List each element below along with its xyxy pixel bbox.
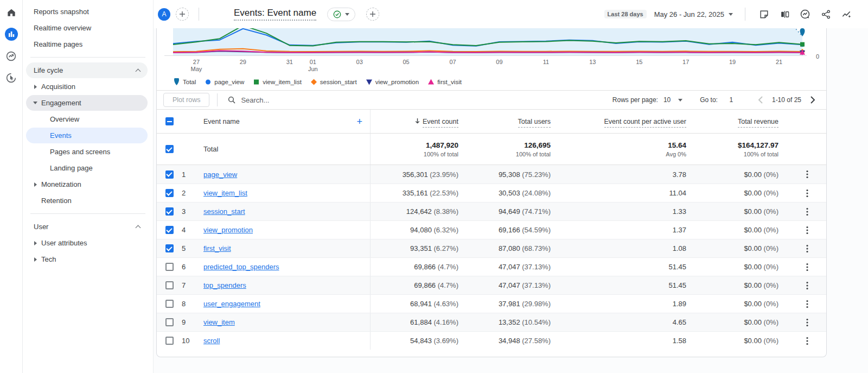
column-header-total-revenue[interactable]: Total revenue bbox=[696, 118, 788, 125]
nav-item-landing-page[interactable]: Landing page bbox=[26, 160, 148, 176]
row-index: 4 bbox=[182, 226, 203, 234]
add-comparison-button[interactable] bbox=[176, 8, 189, 21]
nav-item-retention[interactable]: Retention bbox=[26, 193, 148, 208]
row-menu-icon[interactable] bbox=[788, 189, 826, 198]
collapse-section-icon[interactable] bbox=[136, 225, 141, 231]
nav-item-user[interactable]: User bbox=[26, 219, 148, 235]
svg-text:Jun: Jun bbox=[308, 66, 318, 72]
nav-item-label: User attributes bbox=[41, 239, 87, 247]
event-name-link[interactable]: session_start bbox=[203, 207, 245, 216]
nav-item-user-attributes[interactable]: User attributes bbox=[26, 235, 148, 251]
row-menu-icon[interactable] bbox=[788, 281, 826, 290]
total-users-cell: 34,948 (27.58%) bbox=[468, 337, 560, 345]
advertising-icon[interactable] bbox=[4, 71, 18, 85]
row-checkbox[interactable] bbox=[165, 170, 174, 179]
nav-item-acquisition[interactable]: Acquisition bbox=[26, 79, 148, 94]
row-checkbox[interactable] bbox=[165, 318, 174, 326]
row-checkbox[interactable] bbox=[165, 244, 174, 252]
event-name-link[interactable]: user_engagement bbox=[203, 300, 260, 308]
nav-divider bbox=[30, 57, 145, 58]
nav-item-tech[interactable]: Tech bbox=[26, 251, 148, 267]
revenue-cell: $0.00 (0%) bbox=[696, 207, 788, 216]
nav-item-pages-and-screens[interactable]: Pages and screens bbox=[26, 144, 148, 160]
column-header-event-name[interactable]: Event name bbox=[203, 118, 240, 125]
select-all-checkbox[interactable] bbox=[165, 117, 174, 125]
share-icon[interactable] bbox=[819, 8, 832, 21]
data-quality-pill[interactable] bbox=[327, 8, 355, 21]
event-name-link[interactable]: view_item_list bbox=[203, 189, 247, 197]
chevron-down-icon bbox=[678, 99, 682, 102]
previous-page-icon[interactable] bbox=[755, 94, 767, 106]
next-page-icon[interactable] bbox=[807, 94, 819, 106]
row-menu-icon[interactable] bbox=[788, 244, 826, 253]
events-chart: 27May293101Jun030507091113151719210 Tota… bbox=[157, 28, 826, 90]
event-name-link[interactable]: scroll bbox=[203, 337, 220, 345]
row-checkbox[interactable] bbox=[165, 337, 174, 345]
insights-icon[interactable] bbox=[799, 8, 812, 21]
row-checkbox[interactable] bbox=[165, 207, 174, 216]
nav-item-overview[interactable]: Overview bbox=[26, 111, 148, 127]
go-to-page-input[interactable] bbox=[723, 96, 739, 104]
date-range-picker[interactable]: May 26 - Jun 22, 2025 bbox=[654, 10, 733, 18]
collapse-section-icon[interactable] bbox=[136, 69, 141, 74]
rows-per-page-select[interactable]: 10 bbox=[663, 96, 682, 104]
plot-rows-button[interactable]: Plot rows bbox=[163, 93, 209, 107]
event-name-link[interactable]: first_visit bbox=[203, 244, 231, 252]
row-menu-icon[interactable] bbox=[788, 226, 826, 235]
nav-item-reports-snapshot[interactable]: Reports snapshot bbox=[26, 4, 148, 20]
row-menu-icon[interactable] bbox=[788, 263, 826, 271]
legend-label: first_visit bbox=[437, 79, 462, 85]
total-row-checkbox[interactable] bbox=[165, 145, 174, 153]
nav-item-monetization[interactable]: Monetization bbox=[26, 176, 148, 192]
row-checkbox[interactable] bbox=[165, 263, 174, 271]
nav-item-life-cycle[interactable]: Life cycle bbox=[26, 62, 148, 78]
nav-item-label: Realtime pages bbox=[34, 40, 82, 48]
event-name-link[interactable]: view_item bbox=[203, 318, 235, 326]
row-menu-icon[interactable] bbox=[788, 170, 826, 179]
customize-report-icon[interactable] bbox=[840, 8, 853, 21]
table-row-view_item: 9view_item61,884 (4.16%)13,352 (10.54%)4… bbox=[157, 313, 826, 331]
row-menu-icon[interactable] bbox=[788, 207, 826, 216]
legend-triangle-up-marker bbox=[427, 78, 435, 86]
row-checkbox[interactable] bbox=[165, 189, 174, 197]
page-title[interactable]: Events: Event name bbox=[234, 8, 316, 21]
row-menu-icon[interactable] bbox=[788, 318, 826, 327]
svg-text:17: 17 bbox=[682, 59, 689, 65]
row-menu-icon[interactable] bbox=[788, 300, 826, 308]
column-header-event-count-per-active-user[interactable]: Event count per active user bbox=[560, 118, 696, 125]
revenue-cell: $0.00 (0%) bbox=[696, 300, 788, 308]
column-header-total-users[interactable]: Total users bbox=[468, 118, 560, 125]
total-per-user-sub: Avg 0% bbox=[560, 151, 686, 157]
nav-item-engagement[interactable]: Engagement bbox=[26, 95, 148, 111]
event-name-link[interactable]: view_promotion bbox=[203, 226, 253, 234]
total-event-count: 1,487,920 bbox=[371, 141, 458, 149]
row-checkbox[interactable] bbox=[165, 281, 174, 289]
table-row-scroll: 10scroll54,843 (3.69%)34,948 (27.58%)1.5… bbox=[157, 331, 826, 350]
home-icon[interactable] bbox=[4, 5, 18, 20]
sticky-note-icon[interactable] bbox=[757, 8, 770, 21]
row-index: 5 bbox=[182, 244, 203, 252]
event-name-link[interactable]: page_view bbox=[203, 170, 237, 179]
column-header-event-count[interactable]: Event count bbox=[371, 118, 468, 125]
revenue-cell: $0.00 (0%) bbox=[696, 170, 788, 179]
row-menu-icon[interactable] bbox=[788, 337, 826, 345]
chart-legend: Totalpage_viewview_item_listsession_star… bbox=[157, 76, 826, 90]
comparison-avatar[interactable]: A bbox=[158, 8, 170, 21]
add-report-button[interactable] bbox=[366, 8, 379, 21]
row-checkbox[interactable] bbox=[165, 226, 174, 234]
reports-icon[interactable] bbox=[4, 27, 18, 41]
add-column-icon[interactable]: + bbox=[356, 117, 362, 127]
nav-item-realtime-overview[interactable]: Realtime overview bbox=[26, 20, 148, 36]
total-users-sub: 100% of total bbox=[468, 151, 551, 157]
event-name-link[interactable]: top_spenders bbox=[203, 281, 246, 289]
explore-icon[interactable] bbox=[4, 49, 18, 63]
nav-item-realtime-pages[interactable]: Realtime pages bbox=[26, 36, 148, 52]
nav-item-label: Engagement bbox=[41, 99, 81, 107]
svg-text:01: 01 bbox=[310, 59, 316, 65]
row-checkbox[interactable] bbox=[165, 300, 174, 308]
revenue-cell: $0.00 (0%) bbox=[696, 226, 788, 234]
search-input[interactable] bbox=[241, 96, 360, 104]
comparison-icon[interactable] bbox=[778, 8, 791, 21]
nav-item-events[interactable]: Events bbox=[26, 128, 148, 143]
event-name-link[interactable]: predicted_top_spenders bbox=[203, 263, 279, 271]
